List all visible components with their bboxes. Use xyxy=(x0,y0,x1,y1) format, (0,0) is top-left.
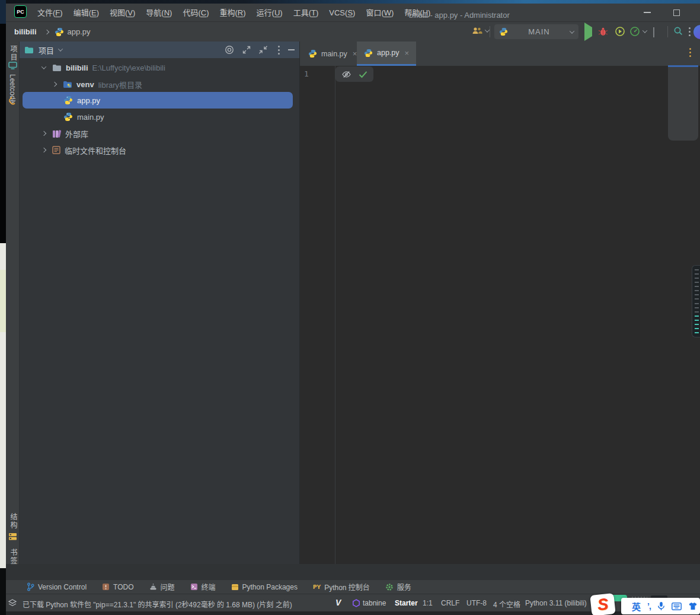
tool-button-label: Python 控制台 xyxy=(324,582,370,592)
file-encoding[interactable]: UTF-8 xyxy=(466,599,487,607)
tool-button-label: TODO xyxy=(113,583,133,591)
tool-button-version-control[interactable]: Version Control xyxy=(27,582,87,591)
microphone-icon[interactable] xyxy=(657,601,665,611)
tree-suffix: library根目录 xyxy=(98,79,142,90)
project-view-title[interactable]: 项目 xyxy=(39,44,54,56)
package-icon xyxy=(231,583,239,591)
minimize-button[interactable] xyxy=(635,4,659,21)
tool-button-services[interactable]: 服务 xyxy=(385,582,411,592)
run-coverage-button[interactable] xyxy=(615,26,625,37)
ime-punctuation-icon[interactable]: ’, xyxy=(647,601,651,611)
vim-icon[interactable]: V xyxy=(335,598,341,607)
tree-row-external-libraries[interactable]: 外部库 xyxy=(42,125,88,142)
run-config-select[interactable]: MAIN xyxy=(494,24,578,39)
tab-main-py[interactable]: main.py × xyxy=(301,42,364,66)
tool-button-terminal[interactable]: 终端 xyxy=(190,582,216,592)
layers-icon[interactable] xyxy=(8,599,17,607)
debug-button[interactable] xyxy=(598,27,608,37)
close-button[interactable]: ✕ xyxy=(692,4,700,21)
desktop-edge-navy xyxy=(0,0,6,24)
toolbar-separator xyxy=(667,26,668,37)
locate-file-icon[interactable] xyxy=(225,45,234,55)
menu-item-refactor[interactable]: 重构(R) xyxy=(215,4,251,22)
editor-area[interactable]: 1 xyxy=(300,66,700,564)
tool-window-bar: Version Control TODO 问题 终端 Python Packag… xyxy=(6,579,700,594)
gear-icon xyxy=(385,583,394,591)
menu-item-file[interactable]: 文件(F) xyxy=(32,4,68,22)
menu-item-run[interactable]: 运行(U) xyxy=(251,4,288,22)
tool-button-problems[interactable]: 问题 xyxy=(149,582,175,592)
indent-style[interactable]: 4 个空格 xyxy=(493,599,520,609)
tree-row-app-py[interactable]: app.py xyxy=(63,92,100,109)
tab-label: app.py xyxy=(377,49,399,57)
chevron-down-icon xyxy=(643,28,647,33)
line-separator[interactable]: CRLF xyxy=(441,599,459,607)
menu-item-view[interactable]: 视图(V) xyxy=(104,4,140,22)
caret-position[interactable]: 1:1 xyxy=(423,599,433,607)
chevron-down-icon xyxy=(570,28,574,33)
monitor-icon[interactable] xyxy=(8,62,17,69)
search-everywhere-button[interactable] xyxy=(673,26,683,36)
menu-item-window[interactable]: 窗口(W) xyxy=(360,4,399,22)
close-icon[interactable]: × xyxy=(405,49,410,58)
stripe-project-button[interactable]: 项目 xyxy=(8,45,18,62)
leetcode-icon xyxy=(8,97,17,106)
keyboard-icon[interactable] xyxy=(672,603,682,610)
editor-more-button[interactable] xyxy=(689,48,691,57)
chevron-right-icon[interactable] xyxy=(52,82,57,87)
tool-button-python-packages[interactable]: Python Packages xyxy=(231,583,298,591)
chevron-down-icon[interactable] xyxy=(58,46,63,51)
skin-icon[interactable] xyxy=(688,602,698,610)
menu-item-vcs[interactable]: VCS(S) xyxy=(324,4,360,22)
right-stripe-widget[interactable] xyxy=(692,265,700,337)
breadcrumb-project[interactable]: bilibili xyxy=(14,27,37,36)
interpreter[interactable]: Python 3.11 (bilibili) xyxy=(525,599,587,607)
chevron-right-icon[interactable] xyxy=(41,148,46,152)
breadcrumb-file[interactable]: app.py xyxy=(68,27,91,36)
line-number: 1 xyxy=(304,69,309,78)
stripe-bookmarks-button[interactable]: 书签 xyxy=(8,549,18,565)
eye-off-icon xyxy=(341,70,351,79)
tree-row-venv[interactable]: venv library根目录 xyxy=(53,76,142,93)
tab-app-py[interactable]: app.py × xyxy=(357,42,416,66)
tree-row-scratches[interactable]: 临时文件和控制台 xyxy=(42,142,126,158)
profiler-button[interactable] xyxy=(629,26,647,37)
menu-item-code[interactable]: 代码(C) xyxy=(177,4,214,22)
toolbar-more-button[interactable] xyxy=(689,27,691,36)
chevron-right-icon[interactable] xyxy=(41,131,46,136)
python-icon xyxy=(499,27,508,36)
title-bar: PC 文件(F) 编辑(E) 视图(V) 导航(N) 代码(C) 重构(R) 运… xyxy=(6,4,700,22)
tree-row-main-py[interactable]: main.py xyxy=(63,109,104,125)
inspection-widget[interactable] xyxy=(335,66,373,82)
sogou-logo[interactable]: S xyxy=(590,593,615,615)
ime-mode-toggle[interactable]: 英 xyxy=(632,600,641,613)
bug-icon xyxy=(598,27,608,37)
collapse-all-icon[interactable] xyxy=(259,46,267,54)
gauge-icon xyxy=(629,26,640,37)
tree-row-project-root[interactable]: bilibili E:\Luffycity\exe\bilibili xyxy=(42,59,165,76)
stripe-structure-button[interactable]: 结构 xyxy=(8,513,18,530)
tabnine-plan[interactable]: Starter xyxy=(395,599,418,607)
expand-all-icon[interactable] xyxy=(242,46,251,54)
chevron-down-icon[interactable] xyxy=(41,64,46,69)
status-message: 已下载 Python 软件包 "pip==21.3.1" 的共享索引 (2秒49… xyxy=(23,599,292,609)
ime-toolbar[interactable]: 英 ’, xyxy=(621,598,700,614)
menu-item-edit[interactable]: 编辑(E) xyxy=(68,4,104,22)
editor-side-panel xyxy=(668,65,698,141)
coverage-icon xyxy=(615,26,625,37)
project-panel-header: 项目 xyxy=(20,42,299,58)
main-toolbar: bilibili app.py MAIN xyxy=(6,22,700,42)
tool-button-todo[interactable]: TODO xyxy=(102,583,133,591)
menu-item-tools[interactable]: 工具(T) xyxy=(288,4,324,22)
panel-more-icon[interactable] xyxy=(278,46,280,55)
users-button[interactable] xyxy=(472,26,489,36)
toolbar-separator xyxy=(490,26,490,37)
check-icon xyxy=(359,71,367,78)
tabnine-label[interactable]: tabnine xyxy=(363,599,386,607)
tabnine-icon xyxy=(352,599,360,607)
hide-panel-icon[interactable] xyxy=(288,49,295,50)
run-button[interactable] xyxy=(584,27,592,36)
tool-button-python-console[interactable]: PY Python 控制台 xyxy=(313,582,370,592)
maximize-button[interactable] xyxy=(664,4,688,21)
menu-item-navigate[interactable]: 导航(N) xyxy=(140,4,177,22)
